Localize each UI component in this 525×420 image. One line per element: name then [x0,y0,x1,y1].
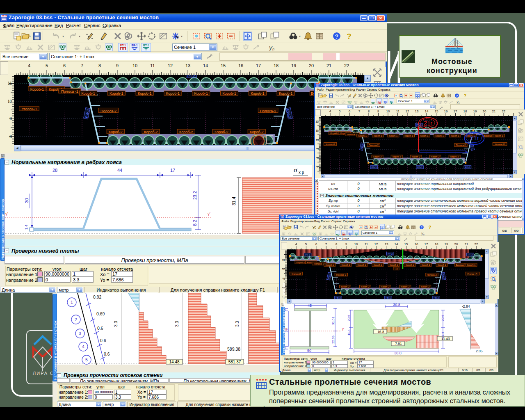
svg-text:12: 12 [168,63,173,68]
svg-text:13: 13 [415,110,419,113]
svg-text:Короб-2: Короб-2 [421,285,429,288]
svg-text:5: 5 [85,357,88,362]
svg-text:14.48: 14.48 [169,360,179,364]
svg-text:9: 9 [345,242,347,246]
svg-text:Полоса -1: Полоса -1 [314,262,324,265]
svg-text:1.4: 1.4 [285,310,285,315]
svg-text:18: 18 [463,110,467,113]
svg-text:12: 12 [406,110,409,113]
svg-text:Короб-1: Короб-1 [495,135,503,137]
svg-text:σ: σ [294,166,297,174]
svg-text:17: 17 [454,110,457,113]
svg-text:Короб-1: Короб-1 [194,91,208,96]
svg-text:Короб-2: Короб-2 [215,130,228,134]
svg-text:14: 14 [425,110,429,113]
svg-text:21: 21 [326,63,331,68]
svg-text:16: 16 [415,242,418,246]
svg-text:0.92: 0.92 [93,294,102,299]
svg-text:9: 9 [283,277,285,280]
svg-text:11.4: 11.4 [347,329,351,336]
svg-text:Короб-2: Короб-2 [144,130,158,134]
svg-text:9: 9 [317,148,319,151]
svg-text:Короб-2: Короб-2 [431,155,439,158]
svg-text:7: 7 [325,242,327,246]
svg-text:Короб-1: Короб-1 [222,91,236,96]
svg-text:Уголок -П: Уголок -П [495,143,505,146]
svg-text:20.6: 20.6 [441,315,445,321]
svg-text:29.4: 29.4 [441,332,445,338]
svg-text:PT-1: PT-1 [378,101,381,103]
svg-text:РТ-2: РТ-2 [388,253,393,255]
svg-text:11: 11 [316,129,319,132]
svg-text:РВ-3: РВ-3 [372,166,377,169]
svg-text:Короб-2: Короб-2 [341,285,349,288]
svg-text:22.39: 22.39 [331,335,335,344]
svg-text:38.8: 38.8 [394,351,402,355]
svg-text:РТ-1: РТ-1 [305,253,310,256]
svg-text:Уголок -П: Уголок -П [467,273,477,275]
svg-text:-7.91: -7.91 [394,342,402,346]
svg-text:Полоса-2: Полоса-2 [100,109,116,113]
svg-text:Полоса-2: Полоса-2 [369,144,379,146]
svg-text:10: 10 [132,63,137,68]
svg-text:17: 17 [170,168,175,173]
svg-text:4: 4 [28,63,30,68]
svg-text:19: 19 [291,63,296,68]
svg-text:n: n [423,233,425,236]
svg-text:13: 13 [185,63,190,68]
svg-text:-2.84: -2.84 [462,304,470,308]
svg-text:Полоса -1: Полоса -1 [347,133,357,136]
svg-text:Короб-1: Короб-1 [467,264,475,266]
svg-text:8: 8 [336,242,338,246]
svg-text:Короб-1: Короб-1 [81,91,95,96]
svg-text:10: 10 [354,242,358,246]
svg-text:9: 9 [9,116,12,121]
svg-text:Короб-1: Короб-1 [279,91,292,96]
svg-text:3: 3 [79,331,81,336]
svg-text:Полоса-2: Полоса-2 [427,274,437,276]
svg-text:Короб-2: Короб-2 [361,285,369,288]
svg-text:Бордюр: Бордюр [484,135,492,137]
svg-text:Короб-2: Короб-2 [412,155,420,158]
svg-text:BR-1: BR-1 [349,233,352,234]
svg-text:5: 5 [305,242,307,246]
svg-text:Короб-1: Короб-1 [330,132,338,135]
svg-text:?: ? [456,94,458,98]
svg-text:y': y' [5,212,8,216]
svg-text:31.01: 31.01 [331,316,335,325]
svg-text:Короб-1: Короб-1 [166,91,180,96]
svg-text:y': y' [208,212,210,216]
svg-text:4: 4 [295,242,297,246]
svg-text:589.38: 589.38 [227,347,240,352]
svg-text:22: 22 [344,63,349,68]
svg-text:3.3: 3.3 [235,321,240,327]
svg-text:11: 11 [396,110,400,113]
svg-text:14: 14 [395,242,398,246]
svg-text:Бордюр: Бордюр [456,264,464,266]
svg-text:Короб-1: Короб-1 [110,91,123,96]
svg-text:8: 8 [9,135,12,139]
svg-text:Короб-1: Короб-1 [435,135,443,137]
svg-text:581.37: 581.37 [228,360,241,364]
svg-text:Уголок-Л: Уголок-Л [326,143,335,146]
svg-text:BT-1: BT-1 [390,101,393,103]
svg-text:5: 5 [46,63,48,68]
svg-text:Короб-1: Короб-1 [406,264,414,266]
svg-text:Короб-1: Короб-1 [451,135,459,137]
svg-text:Короб-1: Короб-1 [374,135,382,137]
svg-text:12: 12 [374,242,378,246]
svg-text:2.05: 2.05 [476,349,483,353]
svg-text:Полоса-2: Полоса-2 [260,109,276,113]
svg-text:?: ? [335,34,338,40]
svg-text:19: 19 [473,110,477,113]
svg-text:?: ? [347,32,352,41]
svg-text:11: 11 [8,81,12,86]
svg-text:-10: -10 [395,267,398,270]
svg-text:Короб-2: Короб-2 [250,130,263,134]
svg-text:10: 10 [282,268,285,271]
svg-text:BR-1: BR-1 [491,268,496,270]
svg-text:20: 20 [483,110,486,113]
svg-text:Z1r: Z1r [424,120,432,127]
svg-text:8: 8 [317,157,319,160]
svg-text:Короб-1: Короб-1 [342,264,350,266]
